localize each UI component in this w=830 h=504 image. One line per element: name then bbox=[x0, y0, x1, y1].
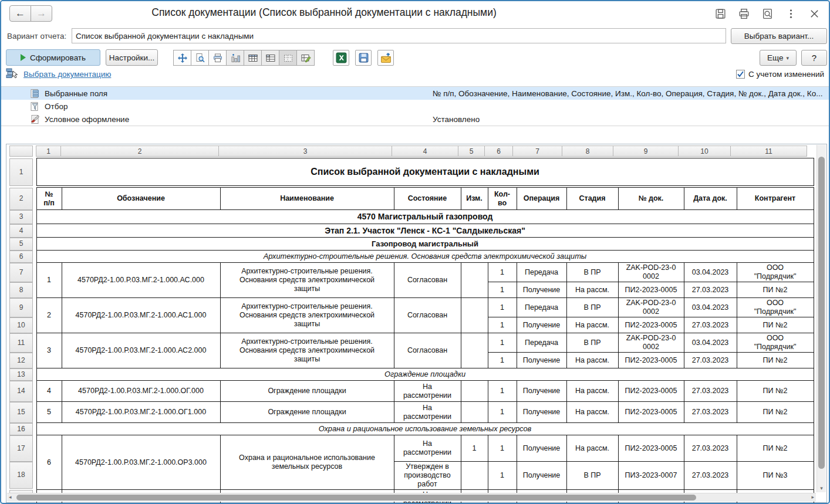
cell[interactable]: ПИ2-2023-0005 bbox=[618, 317, 684, 333]
send-email-icon[interactable] bbox=[377, 50, 394, 66]
cell[interactable]: Операция bbox=[517, 188, 566, 210]
cell[interactable]: 4570РД2-1.00.Р.03.МГ.2-1.000.ОР3.000 bbox=[62, 435, 220, 490]
cell[interactable]: Стадия bbox=[566, 188, 618, 210]
cell[interactable]: ПИ2-2023-0005 bbox=[618, 402, 684, 423]
cell[interactable]: Архитектурно-строительные решения. Основ… bbox=[220, 333, 394, 368]
cell[interactable]: Передача bbox=[517, 298, 566, 317]
cell[interactable]: Наименование bbox=[220, 188, 394, 210]
cell[interactable]: 27.03.2023 bbox=[684, 381, 737, 402]
fit-columns-icon[interactable] bbox=[173, 50, 191, 66]
cell[interactable]: ПИ3-2023-0007 bbox=[618, 462, 684, 490]
cell[interactable]: Контрагент bbox=[737, 188, 814, 210]
variant-input[interactable] bbox=[72, 28, 726, 43]
cell[interactable]: Состояние bbox=[394, 188, 461, 210]
cell[interactable]: Охрана и рациональное использование земе… bbox=[36, 423, 814, 435]
cell[interactable]: Архитектурно-строительные решения. Основ… bbox=[220, 298, 394, 333]
row-header[interactable]: 15 bbox=[9, 402, 33, 423]
cell[interactable]: Архитектурно-строительные решения. Основ… bbox=[220, 263, 394, 298]
cell[interactable]: 4570 Магистральный газопровод bbox=[36, 210, 814, 224]
row-header[interactable]: 2 bbox=[9, 188, 33, 210]
cell[interactable]: ПИ №2 bbox=[737, 381, 814, 402]
help-button[interactable]: ? bbox=[801, 50, 827, 66]
cell[interactable]: ПИ2-2023-0005 bbox=[618, 435, 684, 462]
corner-header[interactable] bbox=[9, 146, 33, 157]
cell[interactable]: № док. bbox=[618, 188, 684, 210]
cell[interactable]: № п/п bbox=[36, 188, 62, 210]
row-header[interactable]: 16 bbox=[9, 423, 33, 435]
cell[interactable]: 1 bbox=[488, 402, 517, 423]
cell[interactable]: Согласован bbox=[394, 263, 461, 298]
row-header[interactable]: 3 bbox=[9, 210, 33, 224]
cell[interactable]: 27.03.2023 bbox=[684, 435, 737, 462]
column-header[interactable]: 7 bbox=[512, 146, 562, 157]
show-grid-icon[interactable] bbox=[261, 50, 279, 66]
cell[interactable]: Ограждение площадки bbox=[36, 368, 814, 381]
horizontal-scrollbar-thumb[interactable] bbox=[16, 495, 696, 500]
cell[interactable]: 6 bbox=[36, 435, 62, 490]
cell[interactable]: Ограждение площадки bbox=[220, 381, 394, 402]
cell[interactable]: ООО "Подрядчик" bbox=[737, 333, 814, 353]
cell[interactable]: 27.03.2023 bbox=[684, 317, 737, 333]
cell[interactable]: 03.04.2023 bbox=[684, 263, 737, 282]
cell[interactable] bbox=[461, 462, 488, 490]
cell[interactable]: Список выбранной документации с накладны… bbox=[36, 158, 814, 186]
row-header[interactable]: 1 bbox=[9, 158, 33, 186]
save-icon[interactable] bbox=[713, 6, 728, 21]
cell[interactable]: 1 bbox=[36, 263, 62, 298]
row-header[interactable]: 8 bbox=[9, 282, 33, 298]
show-headers-icon[interactable] bbox=[244, 50, 262, 66]
row-header[interactable]: 9 bbox=[9, 298, 33, 317]
horizontal-scrollbar[interactable]: ◂ ▸ bbox=[7, 493, 816, 502]
cell[interactable]: 03.04.2023 bbox=[684, 333, 737, 353]
vertical-scrollbar[interactable]: ▾ bbox=[816, 145, 826, 492]
cell[interactable]: 1 bbox=[461, 435, 488, 462]
cell[interactable]: 27.03.2023 bbox=[684, 402, 737, 423]
column-header[interactable]: 9 bbox=[613, 146, 679, 157]
cell[interactable]: Архитектурно-строительные решения. Основ… bbox=[36, 251, 814, 263]
preview-icon[interactable] bbox=[760, 6, 775, 21]
export-excel-icon[interactable] bbox=[333, 50, 349, 66]
cell[interactable]: 3 bbox=[36, 333, 62, 368]
cell[interactable]: ООО "Подрядчик" bbox=[737, 263, 814, 282]
cell[interactable]: Изм. bbox=[461, 188, 488, 210]
cell[interactable]: ПИ2-2023-0005 bbox=[618, 353, 684, 368]
row-header[interactable]: 10 bbox=[9, 317, 33, 333]
cell[interactable]: 4570РД2-1.00.Р.03.МГ.2-1.000.АС.000 bbox=[62, 263, 220, 298]
cell[interactable]: На рассмотрении bbox=[394, 381, 461, 402]
row-header[interactable]: 17 bbox=[9, 435, 33, 462]
cell[interactable]: Утвержден в производство работ bbox=[394, 462, 461, 490]
cell[interactable]: В ПР bbox=[566, 298, 618, 317]
row-header[interactable]: 18 bbox=[9, 462, 33, 489]
column-header[interactable]: 8 bbox=[562, 146, 613, 157]
cell[interactable]: 03.04.2023 bbox=[684, 298, 737, 317]
cell[interactable]: ПИ2-2023-0005 bbox=[618, 381, 684, 402]
more-button[interactable]: Еще ▾ bbox=[760, 50, 797, 66]
column-header[interactable]: 6 bbox=[484, 146, 513, 157]
cell[interactable]: В ПР bbox=[566, 333, 618, 353]
cell[interactable] bbox=[461, 402, 488, 423]
row-header[interactable]: 13 bbox=[9, 368, 33, 381]
cell[interactable]: 1 bbox=[488, 353, 517, 368]
edit-cells-icon[interactable] bbox=[296, 50, 315, 66]
cell[interactable]: Получение bbox=[517, 435, 566, 462]
consider-changes-checkbox[interactable] bbox=[736, 70, 745, 79]
cell[interactable]: Ограждение площадки bbox=[220, 402, 394, 423]
freeze-area-icon[interactable] bbox=[279, 50, 297, 66]
cell[interactable]: Получение bbox=[517, 381, 566, 402]
cell[interactable]: Передача bbox=[517, 263, 566, 282]
cell[interactable]: Получение bbox=[517, 317, 566, 333]
save-file-icon[interactable] bbox=[355, 50, 372, 66]
cell[interactable]: 1 bbox=[488, 298, 517, 317]
column-header[interactable]: 2 bbox=[60, 146, 219, 157]
row-header[interactable]: 14 bbox=[9, 381, 33, 402]
print-preview-icon[interactable] bbox=[191, 50, 209, 66]
cell[interactable]: Дата док. bbox=[684, 188, 737, 210]
cell[interactable]: 1 bbox=[488, 282, 517, 298]
cell[interactable]: 1 bbox=[488, 435, 517, 462]
settings-row-selected-fields[interactable]: Выбранные поля № п/п, Обозначение, Наиме… bbox=[1, 87, 829, 100]
column-header[interactable]: 1 bbox=[36, 146, 61, 157]
column-header[interactable]: 3 bbox=[218, 146, 392, 157]
cell[interactable] bbox=[461, 381, 488, 402]
cell[interactable]: 1 bbox=[488, 381, 517, 402]
cell[interactable]: В ПР bbox=[566, 263, 618, 282]
